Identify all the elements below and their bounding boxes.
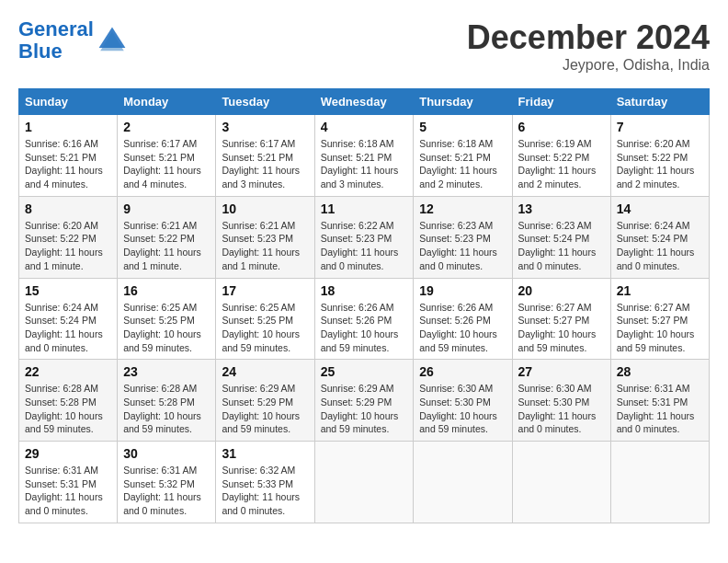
calendar-cell	[314, 442, 414, 523]
day-info: Sunrise: 6:26 AM Sunset: 5:26 PM Dayligh…	[419, 301, 506, 355]
day-number: 15	[25, 283, 111, 298]
day-info: Sunrise: 6:23 AM Sunset: 5:23 PM Dayligh…	[419, 219, 506, 273]
day-info: Sunrise: 6:21 AM Sunset: 5:22 PM Dayligh…	[123, 219, 210, 273]
day-info: Sunrise: 6:20 AM Sunset: 5:22 PM Dayligh…	[617, 137, 703, 191]
header-monday: Monday	[118, 89, 216, 115]
calendar-cell: 11 Sunrise: 6:22 AM Sunset: 5:23 PM Dayl…	[314, 196, 414, 278]
day-info: Sunrise: 6:31 AM Sunset: 5:31 PM Dayligh…	[617, 382, 703, 436]
calendar-cell: 13 Sunrise: 6:23 AM Sunset: 5:24 PM Dayl…	[512, 196, 610, 278]
logo-text: GeneralBlue	[18, 18, 94, 63]
day-info: Sunrise: 6:23 AM Sunset: 5:24 PM Dayligh…	[518, 219, 605, 273]
calendar-cell: 10 Sunrise: 6:21 AM Sunset: 5:23 PM Dayl…	[216, 196, 314, 278]
calendar-cell: 9 Sunrise: 6:21 AM Sunset: 5:22 PM Dayli…	[118, 196, 216, 278]
calendar-cell: 2 Sunrise: 6:17 AM Sunset: 5:21 PM Dayli…	[118, 115, 216, 197]
day-number: 30	[123, 446, 210, 461]
logo: GeneralBlue	[18, 18, 127, 63]
calendar-cell: 23 Sunrise: 6:28 AM Sunset: 5:28 PM Dayl…	[118, 360, 216, 442]
day-number: 24	[222, 364, 308, 379]
day-info: Sunrise: 6:22 AM Sunset: 5:23 PM Dayligh…	[321, 219, 408, 273]
day-info: Sunrise: 6:29 AM Sunset: 5:29 PM Dayligh…	[321, 382, 408, 436]
header-wednesday: Wednesday	[314, 89, 414, 115]
header-friday: Friday	[512, 89, 610, 115]
day-number: 12	[419, 201, 506, 216]
day-info: Sunrise: 6:29 AM Sunset: 5:29 PM Dayligh…	[222, 382, 308, 436]
day-number: 10	[222, 201, 308, 216]
week-row-4: 22 Sunrise: 6:28 AM Sunset: 5:28 PM Dayl…	[19, 360, 710, 442]
day-info: Sunrise: 6:24 AM Sunset: 5:24 PM Dayligh…	[617, 219, 703, 273]
day-number: 20	[518, 283, 605, 298]
day-info: Sunrise: 6:17 AM Sunset: 5:21 PM Dayligh…	[123, 137, 210, 191]
calendar-cell: 3 Sunrise: 6:17 AM Sunset: 5:21 PM Dayli…	[216, 115, 314, 197]
week-row-2: 8 Sunrise: 6:20 AM Sunset: 5:22 PM Dayli…	[19, 196, 710, 278]
day-number: 19	[419, 283, 506, 298]
day-number: 11	[321, 201, 408, 216]
day-info: Sunrise: 6:19 AM Sunset: 5:22 PM Dayligh…	[518, 137, 605, 191]
month-title: December 2024	[467, 18, 710, 57]
week-row-5: 29 Sunrise: 6:31 AM Sunset: 5:31 PM Dayl…	[19, 442, 710, 523]
calendar-cell: 1 Sunrise: 6:16 AM Sunset: 5:21 PM Dayli…	[19, 115, 118, 197]
calendar-cell: 28 Sunrise: 6:31 AM Sunset: 5:31 PM Dayl…	[610, 360, 709, 442]
day-number: 18	[321, 283, 408, 298]
day-number: 6	[518, 120, 605, 134]
day-number: 26	[419, 364, 506, 379]
day-number: 17	[222, 283, 308, 298]
day-number: 3	[222, 120, 308, 134]
day-info: Sunrise: 6:17 AM Sunset: 5:21 PM Dayligh…	[222, 137, 308, 191]
header-sunday: Sunday	[19, 89, 118, 115]
day-info: Sunrise: 6:24 AM Sunset: 5:24 PM Dayligh…	[25, 301, 111, 355]
day-info: Sunrise: 6:30 AM Sunset: 5:30 PM Dayligh…	[419, 382, 506, 436]
day-number: 31	[222, 446, 308, 461]
calendar-cell: 29 Sunrise: 6:31 AM Sunset: 5:31 PM Dayl…	[19, 442, 118, 523]
day-info: Sunrise: 6:25 AM Sunset: 5:25 PM Dayligh…	[123, 301, 210, 355]
day-number: 25	[321, 364, 408, 379]
calendar-cell: 22 Sunrise: 6:28 AM Sunset: 5:28 PM Dayl…	[19, 360, 118, 442]
day-info: Sunrise: 6:31 AM Sunset: 5:31 PM Dayligh…	[25, 464, 111, 518]
day-info: Sunrise: 6:32 AM Sunset: 5:33 PM Dayligh…	[222, 464, 308, 518]
day-number: 13	[518, 201, 605, 216]
calendar-cell: 26 Sunrise: 6:30 AM Sunset: 5:30 PM Dayl…	[414, 360, 512, 442]
calendar-cell: 14 Sunrise: 6:24 AM Sunset: 5:24 PM Dayl…	[610, 196, 709, 278]
calendar-cell: 4 Sunrise: 6:18 AM Sunset: 5:21 PM Dayli…	[314, 115, 414, 197]
day-info: Sunrise: 6:21 AM Sunset: 5:23 PM Dayligh…	[222, 219, 308, 273]
calendar-table: SundayMondayTuesdayWednesdayThursdayFrid…	[18, 88, 710, 523]
day-info: Sunrise: 6:25 AM Sunset: 5:25 PM Dayligh…	[222, 301, 308, 355]
day-info: Sunrise: 6:28 AM Sunset: 5:28 PM Dayligh…	[25, 382, 111, 436]
header-tuesday: Tuesday	[216, 89, 314, 115]
day-info: Sunrise: 6:20 AM Sunset: 5:22 PM Dayligh…	[25, 219, 111, 273]
calendar-cell: 7 Sunrise: 6:20 AM Sunset: 5:22 PM Dayli…	[610, 115, 709, 197]
day-number: 21	[617, 283, 703, 298]
day-number: 27	[518, 364, 605, 379]
calendar-cell: 27 Sunrise: 6:30 AM Sunset: 5:30 PM Dayl…	[512, 360, 610, 442]
day-number: 22	[25, 364, 111, 379]
day-number: 23	[123, 364, 210, 379]
calendar-cell	[512, 442, 610, 523]
day-number: 9	[123, 201, 210, 216]
day-number: 14	[617, 201, 703, 216]
calendar-cell: 5 Sunrise: 6:18 AM Sunset: 5:21 PM Dayli…	[414, 115, 512, 197]
calendar-cell	[610, 442, 709, 523]
day-info: Sunrise: 6:27 AM Sunset: 5:27 PM Dayligh…	[617, 301, 703, 355]
calendar-cell: 20 Sunrise: 6:27 AM Sunset: 5:27 PM Dayl…	[512, 278, 610, 360]
day-info: Sunrise: 6:27 AM Sunset: 5:27 PM Dayligh…	[518, 301, 605, 355]
day-number: 28	[617, 364, 703, 379]
week-row-3: 15 Sunrise: 6:24 AM Sunset: 5:24 PM Dayl…	[19, 278, 710, 360]
day-number: 7	[617, 120, 703, 134]
calendar-cell: 19 Sunrise: 6:26 AM Sunset: 5:26 PM Dayl…	[414, 278, 512, 360]
day-info: Sunrise: 6:26 AM Sunset: 5:26 PM Dayligh…	[321, 301, 408, 355]
calendar-header-row: SundayMondayTuesdayWednesdayThursdayFrid…	[19, 89, 710, 115]
day-number: 8	[25, 201, 111, 216]
day-number: 4	[321, 120, 408, 134]
header-saturday: Saturday	[610, 89, 709, 115]
location: Jeypore, Odisha, India	[467, 57, 710, 74]
day-info: Sunrise: 6:16 AM Sunset: 5:21 PM Dayligh…	[25, 137, 111, 191]
logo-icon	[97, 26, 127, 55]
calendar-cell: 8 Sunrise: 6:20 AM Sunset: 5:22 PM Dayli…	[19, 196, 118, 278]
calendar-cell: 31 Sunrise: 6:32 AM Sunset: 5:33 PM Dayl…	[216, 442, 314, 523]
title-block: December 2024 Jeypore, Odisha, India	[467, 18, 710, 74]
day-info: Sunrise: 6:28 AM Sunset: 5:28 PM Dayligh…	[123, 382, 210, 436]
calendar-cell: 17 Sunrise: 6:25 AM Sunset: 5:25 PM Dayl…	[216, 278, 314, 360]
week-row-1: 1 Sunrise: 6:16 AM Sunset: 5:21 PM Dayli…	[19, 115, 710, 197]
day-number: 2	[123, 120, 210, 134]
day-number: 29	[25, 446, 111, 461]
calendar-cell: 21 Sunrise: 6:27 AM Sunset: 5:27 PM Dayl…	[610, 278, 709, 360]
